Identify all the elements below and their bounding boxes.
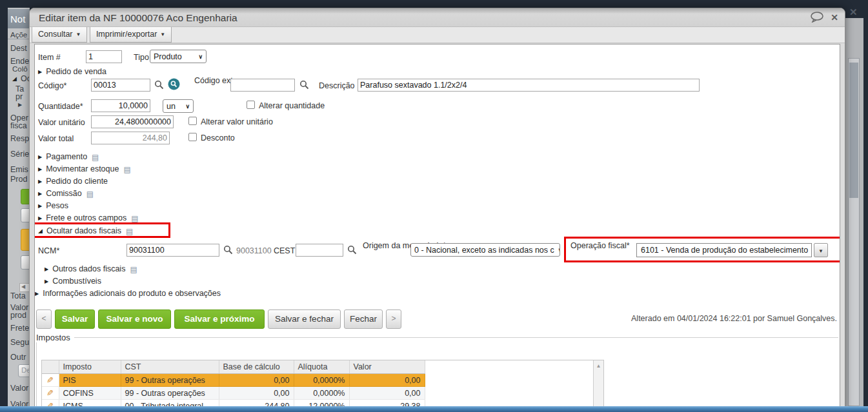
column-header-base[interactable]: Base de cálculo: [219, 360, 294, 374]
notes-icon: ▤: [126, 227, 133, 236]
background-label: prod: [10, 311, 26, 320]
background-label: Série: [10, 150, 29, 159]
alterar-valor-unitario-label: Alterar valor unitário: [201, 117, 273, 126]
dialog-content: Item # Tipo Produto∨ ▶Pedido de venda Có…: [34, 44, 840, 409]
desconto-checkbox[interactable]: [188, 133, 197, 141]
column-header-imposto[interactable]: Imposto: [59, 360, 121, 374]
section-ocultar-dados-fiscais[interactable]: ◢Ocultar dados fiscais▤: [38, 226, 133, 235]
section-comissao[interactable]: ▶Comissão▤: [38, 189, 94, 198]
background-label: Resp: [10, 134, 29, 143]
collapsed-arrow-icon: ▶: [45, 266, 48, 272]
product-lookup-icon[interactable]: [168, 78, 178, 88]
background-label: Oc: [21, 74, 30, 83]
origem-mercadoria-label: Origem da mercadoria*: [363, 242, 409, 250]
close-icon[interactable]: ✕: [831, 12, 838, 23]
quantidade-input[interactable]: [91, 99, 150, 112]
impostos-grid: Imposto CST Base de cálculo Alíquota Val…: [41, 360, 604, 409]
section-pesos[interactable]: ▶Pesos: [38, 201, 68, 210]
background-label: fisca: [10, 121, 27, 130]
edit-pencil-icon[interactable]: ✎: [46, 375, 54, 385]
tipo-select[interactable]: Produto∨: [150, 50, 207, 63]
dialog-title: Editar item da NF 10000076 Aco Engenhari…: [39, 12, 237, 24]
search-icon[interactable]: [299, 80, 310, 90]
codigo-externo-input[interactable]: [230, 79, 295, 92]
chevron-down-icon: ∨: [558, 247, 560, 253]
grid-scrollbar[interactable]: ▲: [593, 360, 603, 408]
collapsed-arrow-icon: ▶: [35, 291, 39, 297]
menu-imprimir-exportar[interactable]: Imprimir/exportar▼: [90, 27, 172, 43]
background-button-fragment: [21, 208, 30, 222]
section-movimentar-estoque[interactable]: ▶Movimentar estoque▤: [38, 164, 131, 173]
column-header-aliquota[interactable]: Alíquota: [294, 360, 349, 374]
fechar-button[interactable]: Fechar: [344, 309, 383, 329]
valor-unitario-label: Valor unitário: [38, 118, 85, 127]
background-label: Prod: [10, 175, 27, 184]
background-scrollbar: [848, 58, 860, 406]
column-header-valor[interactable]: Valor: [349, 360, 425, 374]
section-pedido-do-cliente[interactable]: ▶Pedido do cliente: [38, 177, 108, 186]
section-frete-e-outros-campos[interactable]: ▶Frete e outros campos▤: [38, 213, 139, 222]
descricao-label: Descrição: [319, 81, 355, 90]
valor-unitario-input[interactable]: [91, 115, 174, 128]
search-icon[interactable]: [223, 245, 234, 255]
column-header-cst[interactable]: CST: [121, 360, 219, 374]
descricao-input[interactable]: [358, 79, 700, 92]
alterar-quantidade-label: Alterar quantidade: [259, 101, 325, 110]
table-row[interactable]: ✎ COFINS 99 - Outras operações 0,00 0,00…: [42, 387, 425, 400]
salvar-button[interactable]: Salvar: [55, 309, 95, 329]
ncm-hint: 90031100: [236, 246, 272, 255]
operacao-fiscal-label: Operação fiscal*: [570, 242, 609, 250]
chevron-down-icon: ∨: [198, 54, 203, 60]
background-label: Colô: [12, 65, 28, 73]
background-label: Emis: [10, 165, 28, 174]
codigo-input[interactable]: [91, 79, 150, 92]
item-label: Item #: [38, 53, 61, 62]
collapsed-arrow-icon: ▶: [18, 102, 22, 108]
background-disabled-button: Des: [18, 364, 30, 377]
operacao-fiscal-dropdown-button[interactable]: ▼: [814, 243, 828, 257]
valor-total-label: Valor total: [38, 134, 74, 143]
table-row[interactable]: ✎ PIS 99 - Outras operações 0,00 0,0000%…: [42, 374, 425, 387]
cest-input[interactable]: [296, 244, 343, 257]
window-bottom-border: [0, 406, 868, 412]
collapsed-arrow-icon: ▶: [38, 203, 42, 209]
section-pagamento[interactable]: ▶Pagamento▤: [38, 152, 99, 161]
origem-mercadoria-select[interactable]: 0 - Nacional, exceto as indicadas nos c∨: [410, 243, 560, 257]
background-label: pr: [15, 92, 23, 101]
operacao-fiscal-combobox[interactable]: 6101 - Venda de produção do estabelecime…: [636, 243, 812, 257]
background-close-icon[interactable]: ✕: [849, 6, 858, 18]
search-icon[interactable]: [347, 245, 358, 255]
background-label: Tota: [10, 291, 26, 300]
background-window-title: Not: [10, 14, 25, 25]
edit-pencil-icon[interactable]: ✎: [46, 388, 54, 398]
valor-total-input[interactable]: [91, 132, 170, 144]
last-modified-status: Alterado em 04/01/2024 16:22:01 por Samu…: [631, 314, 837, 323]
previous-item-button[interactable]: <: [36, 309, 52, 329]
background-button-fragment: [21, 255, 30, 270]
menu-consultar[interactable]: Consultar▼: [32, 27, 87, 43]
background-window-right: [845, 18, 863, 407]
salvar-e-fechar-button[interactable]: Salvar e fechar: [268, 309, 341, 329]
collapsed-arrow-icon: ▶: [38, 191, 42, 197]
expanded-arrow-icon: ◢: [12, 75, 17, 82]
collapsed-arrow-icon: ▶: [38, 179, 42, 184]
unidade-select[interactable]: un∨: [163, 99, 194, 113]
next-item-button[interactable]: >: [386, 309, 401, 329]
item-number-input[interactable]: [86, 50, 122, 63]
background-window-left: Not Açõe Dest Ende Colô ◢Oc Ta pr ▶ Oper…: [8, 8, 30, 407]
comment-icon[interactable]: [810, 12, 824, 23]
section-outros-dados-fiscais[interactable]: ▶Outros dados fiscais▤: [45, 264, 137, 273]
quantidade-label: Quantidade*: [38, 102, 83, 111]
alterar-valor-unitario-checkbox[interactable]: [188, 117, 197, 125]
section-informacoes-adicionais[interactable]: ▶Informações adicionais do produto e obs…: [35, 289, 221, 298]
search-icon[interactable]: [154, 80, 165, 90]
section-combustiveis[interactable]: ▶Combustíveis: [45, 277, 101, 286]
expanded-arrow-icon: ◢: [38, 228, 43, 234]
section-pedido-de-venda[interactable]: ▶Pedido de venda: [38, 67, 106, 76]
alterar-quantidade-checkbox[interactable]: [247, 101, 255, 109]
dialog-titlebar: Editar item da NF 10000076 Aco Engenhari…: [30, 8, 845, 27]
ncm-input[interactable]: [126, 244, 219, 257]
salvar-e-proximo-button[interactable]: Salvar e próximo: [174, 309, 265, 329]
chevron-down-icon: ▼: [76, 32, 81, 37]
salvar-e-novo-button[interactable]: Salvar e novo: [98, 309, 171, 329]
